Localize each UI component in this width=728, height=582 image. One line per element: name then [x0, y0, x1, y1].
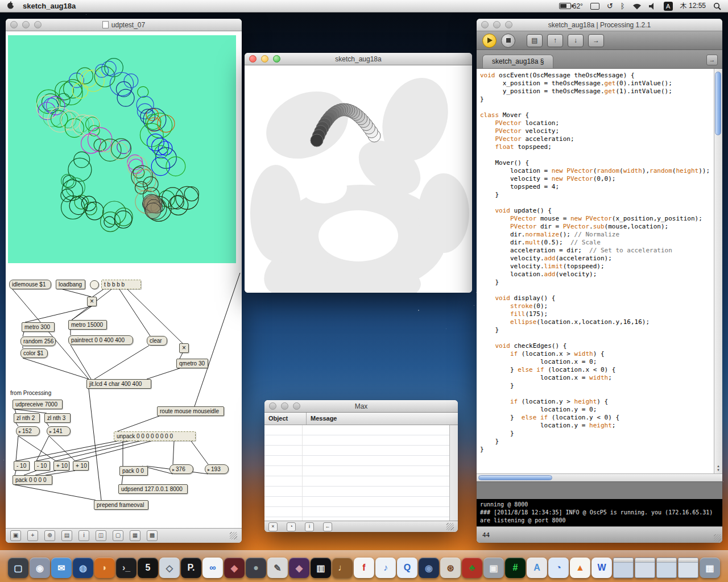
resize-grip[interactable] — [714, 534, 721, 542]
open-button[interactable]: ↑ — [547, 34, 563, 47]
sketch-titlebar[interactable]: sketch_aug18a — [245, 53, 472, 65]
patch-jit-lcd-4-char-400-400[interactable]: jit.lcd 4 char 400 400 — [86, 379, 151, 389]
apple-menu[interactable] — [7, 1, 15, 11]
patch-idlemouse-1[interactable]: idlemouse $1 — [9, 280, 51, 289]
minimize-button[interactable] — [493, 21, 500, 28]
dock-app-purple[interactable]: ◆ — [289, 558, 309, 578]
patch-metro-300[interactable]: metro 300 — [22, 322, 55, 332]
patch-metro-15000[interactable]: metro 15000 — [68, 320, 107, 330]
patch-udpsend-127-0-0-1-8000[interactable]: udpsend 127.0.0.1 8000 — [118, 484, 188, 494]
tab-sketch-aug18a[interactable]: sketch_aug18a § — [482, 55, 553, 68]
patcher-icon[interactable]: ◫ — [96, 530, 106, 541]
display-menu[interactable] — [590, 3, 599, 10]
dock-paint[interactable]: ⊛ — [440, 558, 461, 578]
spotlight-menu[interactable] — [713, 2, 721, 10]
patch-paintrect-0-0-400-400[interactable]: paintrect 0 0 400 400 — [68, 335, 133, 345]
time-machine-menu[interactable]: ↺ — [607, 2, 613, 10]
zoom-button[interactable] — [273, 55, 280, 63]
close-button[interactable] — [249, 55, 257, 63]
save-icon[interactable]: ▤ — [61, 530, 72, 541]
vertical-scrollbar[interactable]: ▲▼ — [714, 69, 722, 473]
input-source-menu[interactable]: A — [664, 2, 673, 11]
dock-processing[interactable]: P. — [181, 558, 201, 578]
minimize-button[interactable] — [261, 55, 268, 63]
snap-icon[interactable]: ▩ — [147, 530, 158, 541]
dock-window-1[interactable] — [613, 558, 634, 578]
column-header-message[interactable]: Message — [307, 413, 458, 425]
max-titlebar[interactable]: Max — [264, 400, 458, 413]
lock-icon[interactable]: ▣ — [10, 530, 21, 541]
battery-indicator[interactable]: 62° — [559, 2, 583, 10]
patch-zl-nth-3[interactable]: zl nth 3 — [44, 413, 71, 423]
horizontal-scrollbar[interactable] — [477, 473, 722, 481]
processing-titlebar[interactable]: sketch_aug18a | Processing 1.2.1 — [477, 19, 722, 31]
scrollbar-arrows[interactable]: ▲▼ — [714, 464, 722, 472]
minimize-button[interactable] — [281, 402, 288, 410]
dock-midi-keyboard[interactable]: ▥ — [311, 558, 331, 578]
patch-unpack-0-0-0-0-0-0-0-0[interactable]: unpack 0 0 0 0 0 0 0 0 — [114, 431, 196, 441]
scrollbar-thumb[interactable] — [715, 72, 721, 135]
scrollbar[interactable] — [449, 425, 458, 521]
patch-10[interactable]: - 10 — [34, 461, 50, 471]
patch-141[interactable]: ▸141 — [47, 426, 71, 436]
patch-10[interactable]: + 10 — [73, 461, 89, 471]
dock-editor[interactable]: ✎ — [267, 558, 288, 578]
console-rows[interactable] — [264, 425, 450, 521]
dock-window-4[interactable] — [678, 558, 698, 578]
scrollbar-thumb[interactable] — [478, 475, 552, 480]
dock-word[interactable]: W — [592, 558, 612, 578]
patch-10[interactable]: + 10 — [53, 461, 69, 471]
dock-app-5[interactable]: 5 — [138, 558, 158, 578]
add-icon[interactable]: ⊕ — [44, 530, 55, 541]
code-editor[interactable]: void oscEvent(OscMessage theOscMessage) … — [477, 69, 722, 473]
dock-grid[interactable]: ▦ — [700, 558, 720, 578]
delete-icon[interactable]: × — [268, 522, 278, 531]
run-button[interactable] — [482, 34, 497, 48]
dock-flash[interactable]: f — [354, 558, 374, 578]
dock-quicktime[interactable]: Q — [397, 558, 417, 578]
dock-max[interactable]: ∞ — [202, 558, 223, 578]
patch-prepend-frameoval[interactable]: prepend frameoval — [94, 500, 148, 510]
close-button[interactable] — [481, 21, 489, 28]
patch-color-1[interactable]: color $1 — [20, 348, 48, 358]
grid-icon[interactable]: ▦ — [130, 530, 140, 541]
dock-app-dark[interactable]: ● — [246, 558, 266, 578]
patch-udpreceive-7000[interactable]: udpreceive 7000 — [13, 400, 63, 409]
info-icon[interactable]: i — [78, 530, 89, 541]
dock-app-store[interactable]: A — [527, 558, 547, 578]
dock-browser[interactable]: ◍ — [73, 558, 93, 578]
new-object-icon[interactable]: + — [27, 530, 38, 541]
tab-menu-icon[interactable]: → — [706, 55, 718, 65]
dock-dvd-player[interactable]: ◉ — [30, 558, 50, 578]
save-button[interactable]: ↓ — [568, 34, 584, 47]
dock-app-red[interactable]: ◆ — [224, 558, 245, 578]
patch-qmetro-30[interactable]: qmetro 30 — [176, 359, 208, 368]
patch-loadbang[interactable]: loadbang — [56, 280, 85, 289]
patch-clear[interactable]: clear — [147, 336, 167, 346]
patch-t-b-b-b-b[interactable]: t b b b b — [101, 280, 141, 289]
clock-icon[interactable]: ◔ — [287, 522, 296, 531]
dock-firefox[interactable]: ◗ — [94, 558, 115, 578]
dock-app-gray[interactable]: ▣ — [483, 558, 504, 578]
zoom-button[interactable] — [505, 21, 512, 28]
dock-window-3[interactable] — [656, 558, 677, 578]
bluetooth-menu[interactable]: ᛒ — [621, 2, 625, 10]
patch-toggle[interactable]: × — [179, 343, 189, 353]
zoom-button[interactable] — [293, 402, 300, 410]
export-button[interactable]: → — [588, 34, 604, 47]
dock-mail[interactable]: ✉ — [51, 558, 72, 578]
stop-button[interactable] — [501, 34, 515, 48]
wifi-menu[interactable] — [632, 3, 642, 10]
patch-toggle[interactable]: × — [87, 297, 97, 306]
presentation-icon[interactable]: ▢ — [113, 530, 123, 541]
patch-zl-nth-2[interactable]: zl nth 2 — [14, 413, 40, 423]
dock-vlc[interactable]: ▲ — [570, 558, 590, 578]
patch-pack-0-0-0-0[interactable]: pack 0 0 0 0 — [13, 475, 52, 485]
new-button[interactable]: ▤ — [527, 34, 543, 47]
dock-max-runtime[interactable]: # — [505, 558, 526, 578]
close-button[interactable] — [269, 402, 276, 410]
back-icon[interactable]: ← — [323, 522, 332, 531]
dock-itunes[interactable]: ♪ — [375, 558, 396, 578]
menu-clock[interactable]: 木 12:55 — [680, 1, 706, 11]
patch-376[interactable]: ▸376 — [169, 464, 193, 474]
